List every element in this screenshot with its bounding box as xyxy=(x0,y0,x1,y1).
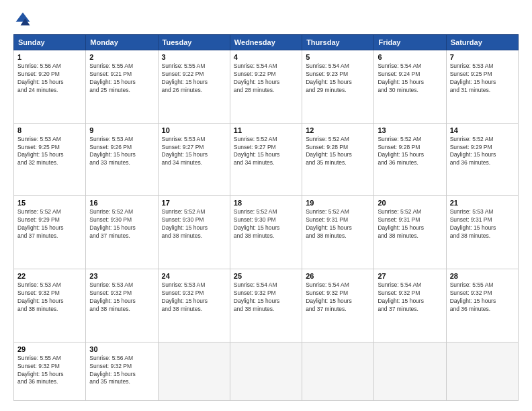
cell-info: Sunrise: 5:52 AM Sunset: 9:30 PM Dayligh… xyxy=(162,208,226,240)
day-of-week-header: Saturday xyxy=(446,35,518,50)
cell-info: Sunrise: 5:54 AM Sunset: 9:22 PM Dayligh… xyxy=(234,62,298,95)
calendar-cell: 19Sunrise: 5:52 AM Sunset: 9:31 PM Dayli… xyxy=(302,196,374,269)
calendar-week-row: 29Sunrise: 5:55 AM Sunset: 9:32 PM Dayli… xyxy=(14,342,519,400)
day-number: 22 xyxy=(17,272,82,280)
calendar-cell: 14Sunrise: 5:52 AM Sunset: 9:29 PM Dayli… xyxy=(446,123,518,196)
cell-info: Sunrise: 5:52 AM Sunset: 9:27 PM Dayligh… xyxy=(234,136,298,168)
cell-info: Sunrise: 5:52 AM Sunset: 9:30 PM Dayligh… xyxy=(234,208,298,240)
calendar-cell xyxy=(158,342,230,400)
calendar-week-row: 22Sunrise: 5:53 AM Sunset: 9:32 PM Dayli… xyxy=(14,269,519,342)
calendar-cell xyxy=(230,342,302,400)
cell-info: Sunrise: 5:53 AM Sunset: 9:27 PM Dayligh… xyxy=(162,136,226,168)
cell-info: Sunrise: 5:55 AM Sunset: 9:22 PM Dayligh… xyxy=(162,62,226,95)
day-number: 18 xyxy=(234,199,298,207)
day-of-week-header: Thursday xyxy=(302,35,374,50)
day-number: 27 xyxy=(378,272,442,280)
calendar-cell: 30Sunrise: 5:56 AM Sunset: 9:32 PM Dayli… xyxy=(86,342,158,400)
day-number: 19 xyxy=(306,199,370,207)
calendar-cell: 25Sunrise: 5:54 AM Sunset: 9:32 PM Dayli… xyxy=(230,269,302,342)
header xyxy=(13,10,519,29)
calendar-table: SundayMondayTuesdayWednesdayThursdayFrid… xyxy=(13,34,519,401)
calendar-week-row: 15Sunrise: 5:52 AM Sunset: 9:29 PM Dayli… xyxy=(14,196,519,269)
calendar-cell: 6Sunrise: 5:54 AM Sunset: 9:24 PM Daylig… xyxy=(374,50,446,124)
calendar-cell: 23Sunrise: 5:53 AM Sunset: 9:32 PM Dayli… xyxy=(86,269,158,342)
day-number: 10 xyxy=(162,126,226,134)
cell-info: Sunrise: 5:52 AM Sunset: 9:29 PM Dayligh… xyxy=(450,136,515,168)
day-number: 8 xyxy=(17,126,82,134)
day-of-week-header: Wednesday xyxy=(230,35,302,50)
calendar-cell: 20Sunrise: 5:52 AM Sunset: 9:31 PM Dayli… xyxy=(374,196,446,269)
cell-info: Sunrise: 5:56 AM Sunset: 9:32 PM Dayligh… xyxy=(89,355,154,387)
cell-info: Sunrise: 5:52 AM Sunset: 9:30 PM Dayligh… xyxy=(89,208,154,240)
cell-info: Sunrise: 5:55 AM Sunset: 9:32 PM Dayligh… xyxy=(17,355,82,387)
day-number: 12 xyxy=(306,126,370,134)
day-number: 13 xyxy=(378,126,442,134)
calendar-cell xyxy=(446,342,518,400)
calendar-cell: 11Sunrise: 5:52 AM Sunset: 9:27 PM Dayli… xyxy=(230,123,302,196)
calendar-cell: 3Sunrise: 5:55 AM Sunset: 9:22 PM Daylig… xyxy=(158,50,230,124)
cell-info: Sunrise: 5:52 AM Sunset: 9:28 PM Dayligh… xyxy=(306,136,370,168)
cell-info: Sunrise: 5:53 AM Sunset: 9:32 PM Dayligh… xyxy=(162,281,226,314)
day-number: 20 xyxy=(378,199,442,207)
calendar-week-row: 8Sunrise: 5:53 AM Sunset: 9:25 PM Daylig… xyxy=(14,123,519,196)
day-number: 9 xyxy=(89,126,154,134)
calendar-cell xyxy=(302,342,374,400)
page: SundayMondayTuesdayWednesdayThursdayFrid… xyxy=(0,0,532,411)
cell-info: Sunrise: 5:52 AM Sunset: 9:28 PM Dayligh… xyxy=(378,136,442,168)
day-number: 16 xyxy=(89,199,154,207)
day-number: 2 xyxy=(89,53,154,61)
day-number: 24 xyxy=(162,272,226,280)
calendar-cell: 10Sunrise: 5:53 AM Sunset: 9:27 PM Dayli… xyxy=(158,123,230,196)
logo xyxy=(13,10,35,29)
day-number: 25 xyxy=(234,272,298,280)
cell-info: Sunrise: 5:54 AM Sunset: 9:32 PM Dayligh… xyxy=(234,281,298,314)
day-number: 21 xyxy=(450,199,515,207)
day-number: 26 xyxy=(306,272,370,280)
day-number: 7 xyxy=(450,53,515,61)
cell-info: Sunrise: 5:52 AM Sunset: 9:31 PM Dayligh… xyxy=(306,208,370,240)
day-number: 11 xyxy=(234,126,298,134)
day-number: 17 xyxy=(162,199,226,207)
day-number: 5 xyxy=(306,53,370,61)
day-number: 30 xyxy=(89,345,154,353)
logo-icon xyxy=(13,10,32,29)
calendar-header-row: SundayMondayTuesdayWednesdayThursdayFrid… xyxy=(14,35,519,50)
cell-info: Sunrise: 5:55 AM Sunset: 9:21 PM Dayligh… xyxy=(89,62,154,95)
cell-info: Sunrise: 5:52 AM Sunset: 9:29 PM Dayligh… xyxy=(17,208,82,240)
calendar-cell: 27Sunrise: 5:54 AM Sunset: 9:32 PM Dayli… xyxy=(374,269,446,342)
cell-info: Sunrise: 5:54 AM Sunset: 9:32 PM Dayligh… xyxy=(306,281,370,314)
cell-info: Sunrise: 5:54 AM Sunset: 9:24 PM Dayligh… xyxy=(378,62,442,95)
day-number: 14 xyxy=(450,126,515,134)
calendar-cell: 1Sunrise: 5:56 AM Sunset: 9:20 PM Daylig… xyxy=(14,50,86,124)
calendar-cell: 13Sunrise: 5:52 AM Sunset: 9:28 PM Dayli… xyxy=(374,123,446,196)
calendar-cell: 15Sunrise: 5:52 AM Sunset: 9:29 PM Dayli… xyxy=(14,196,86,269)
calendar-week-row: 1Sunrise: 5:56 AM Sunset: 9:20 PM Daylig… xyxy=(14,50,519,124)
calendar-cell: 7Sunrise: 5:53 AM Sunset: 9:25 PM Daylig… xyxy=(446,50,518,124)
day-number: 3 xyxy=(162,53,226,61)
day-number: 29 xyxy=(17,345,82,353)
cell-info: Sunrise: 5:53 AM Sunset: 9:32 PM Dayligh… xyxy=(17,281,82,314)
day-of-week-header: Monday xyxy=(86,35,158,50)
calendar-cell: 24Sunrise: 5:53 AM Sunset: 9:32 PM Dayli… xyxy=(158,269,230,342)
day-number: 4 xyxy=(234,53,298,61)
cell-info: Sunrise: 5:56 AM Sunset: 9:20 PM Dayligh… xyxy=(17,62,82,95)
day-of-week-header: Sunday xyxy=(14,35,86,50)
cell-info: Sunrise: 5:53 AM Sunset: 9:32 PM Dayligh… xyxy=(89,281,154,314)
day-number: 6 xyxy=(378,53,442,61)
calendar-cell: 18Sunrise: 5:52 AM Sunset: 9:30 PM Dayli… xyxy=(230,196,302,269)
cell-info: Sunrise: 5:53 AM Sunset: 9:25 PM Dayligh… xyxy=(17,136,82,168)
day-of-week-header: Tuesday xyxy=(158,35,230,50)
cell-info: Sunrise: 5:53 AM Sunset: 9:26 PM Dayligh… xyxy=(89,136,154,168)
calendar-cell: 29Sunrise: 5:55 AM Sunset: 9:32 PM Dayli… xyxy=(14,342,86,400)
calendar-cell xyxy=(374,342,446,400)
calendar-cell: 2Sunrise: 5:55 AM Sunset: 9:21 PM Daylig… xyxy=(86,50,158,124)
svg-marker-0 xyxy=(16,13,30,22)
cell-info: Sunrise: 5:54 AM Sunset: 9:32 PM Dayligh… xyxy=(378,281,442,314)
cell-info: Sunrise: 5:52 AM Sunset: 9:31 PM Dayligh… xyxy=(378,208,442,240)
calendar-cell: 21Sunrise: 5:53 AM Sunset: 9:31 PM Dayli… xyxy=(446,196,518,269)
calendar-cell: 28Sunrise: 5:55 AM Sunset: 9:32 PM Dayli… xyxy=(446,269,518,342)
calendar-cell: 17Sunrise: 5:52 AM Sunset: 9:30 PM Dayli… xyxy=(158,196,230,269)
cell-info: Sunrise: 5:54 AM Sunset: 9:23 PM Dayligh… xyxy=(306,62,370,95)
calendar-cell: 4Sunrise: 5:54 AM Sunset: 9:22 PM Daylig… xyxy=(230,50,302,124)
calendar-cell: 12Sunrise: 5:52 AM Sunset: 9:28 PM Dayli… xyxy=(302,123,374,196)
